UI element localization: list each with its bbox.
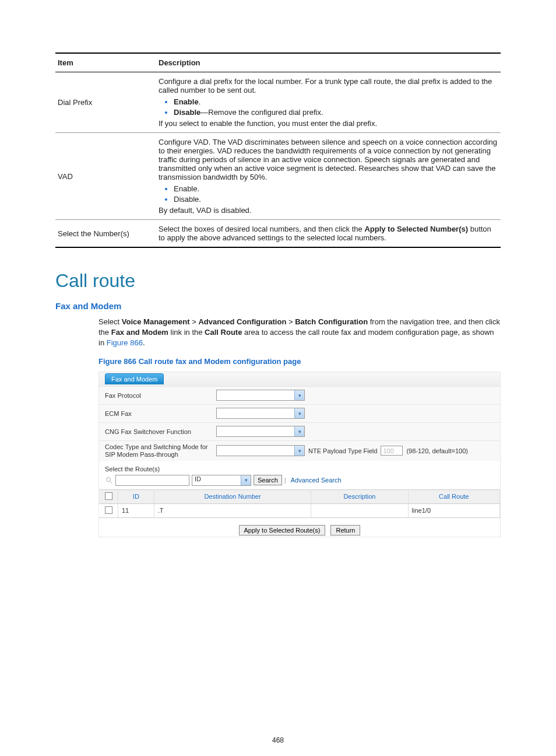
select-all-checkbox[interactable] — [105, 492, 112, 500]
item-dial-prefix: Dial Prefix — [55, 72, 156, 133]
table-row: Select the Number(s) Select the boxes of… — [55, 220, 501, 248]
advanced-search-link[interactable]: Advanced Search — [291, 477, 342, 484]
svg-line-1 — [110, 481, 112, 483]
chevron-down-icon: ▾ — [241, 475, 251, 485]
tab-fax-modem[interactable]: Fax and Modem — [105, 373, 164, 384]
codec-select[interactable]: ▾ — [216, 445, 305, 456]
subsection-heading: Fax and Modem — [55, 301, 501, 311]
fax-protocol-select[interactable]: ▾ — [216, 390, 305, 401]
figure-link[interactable]: Figure 866 — [107, 338, 143, 347]
bullet: Enable. — [174, 184, 498, 193]
search-icon — [105, 476, 113, 484]
cell-id: 11 — [118, 503, 154, 517]
chevron-down-icon: ▾ — [294, 390, 304, 400]
row-cng: CNG Fax Switchover Function ▾ — [99, 422, 500, 440]
desc-text: By default, VAD is disabled. — [159, 206, 498, 215]
nte-label: NTE Payload Type Field — [308, 447, 377, 454]
ecm-fax-select[interactable]: ▾ — [216, 408, 305, 419]
table-row: Dial Prefix Configure a dial prefix for … — [55, 72, 501, 133]
config-screenshot: Fax and Modem Fax Protocol ▾ ECM Fax ▾ C… — [98, 372, 501, 537]
tab-bar: Fax and Modem — [99, 372, 500, 386]
desc-text: Configure VAD. The VAD discriminates bet… — [159, 138, 498, 181]
svg-point-0 — [107, 478, 111, 482]
chevron-down-icon: ▾ — [294, 426, 304, 436]
search-field-select[interactable]: ID ▾ — [192, 475, 251, 486]
item-select-numbers: Select the Number(s) — [55, 220, 156, 248]
search-input[interactable] — [115, 475, 189, 486]
col-item: Item — [55, 53, 156, 72]
routes-table: ID Destination Number Description Call R… — [99, 489, 500, 518]
figure-caption: Figure 866 Call route fax and Modem conf… — [98, 357, 501, 366]
select-routes-label: Select the Route(s) — [99, 461, 500, 474]
col-desc: Description — [311, 489, 408, 503]
table-row: VAD Configure VAD. The VAD discriminates… — [55, 133, 501, 220]
nte-input[interactable]: 100 — [381, 446, 403, 456]
intro-paragraph: Select Voice Management > Advanced Confi… — [98, 317, 501, 349]
chevron-down-icon: ▾ — [294, 446, 304, 456]
row-checkbox[interactable] — [105, 506, 112, 514]
desc-text: Configure a dial prefix for the local nu… — [159, 77, 498, 94]
row-codec: Codec Type and Switching Mode for SIP Mo… — [99, 440, 500, 461]
col-dest: Destination Number — [154, 489, 311, 503]
bullet: Disable. — [174, 194, 498, 204]
desc-text: If you select to enable the function, yo… — [159, 119, 498, 128]
description-table: Item Description Dial Prefix Configure a… — [55, 52, 501, 248]
page-number: 468 — [0, 736, 556, 744]
select-all-column — [99, 489, 118, 503]
chevron-down-icon: ▾ — [294, 408, 304, 418]
cng-select[interactable]: ▾ — [216, 426, 305, 437]
cell-desc — [311, 503, 408, 517]
search-button[interactable]: Search — [254, 475, 282, 485]
cell-route: line1/0 — [408, 503, 499, 517]
nte-hint: (98-120, default=100) — [406, 447, 468, 454]
col-description: Description — [156, 53, 501, 72]
col-id: ID — [118, 489, 154, 503]
search-row: ID ▾ Search | Advanced Search — [99, 474, 500, 489]
col-route: Call Route — [408, 489, 499, 503]
row-ecm-fax: ECM Fax ▾ — [99, 404, 500, 422]
item-vad: VAD — [55, 133, 156, 220]
row-fax-protocol: Fax Protocol ▾ — [99, 386, 500, 404]
section-heading: Call route — [55, 270, 501, 292]
return-button[interactable]: Return — [330, 525, 360, 536]
apply-button[interactable]: Apply to Selected Route(s) — [239, 525, 326, 536]
button-row: Apply to Selected Route(s) Return — [99, 518, 500, 537]
cell-dest: .T — [154, 503, 311, 517]
route-row: 11 .T line1/0 — [99, 503, 500, 517]
